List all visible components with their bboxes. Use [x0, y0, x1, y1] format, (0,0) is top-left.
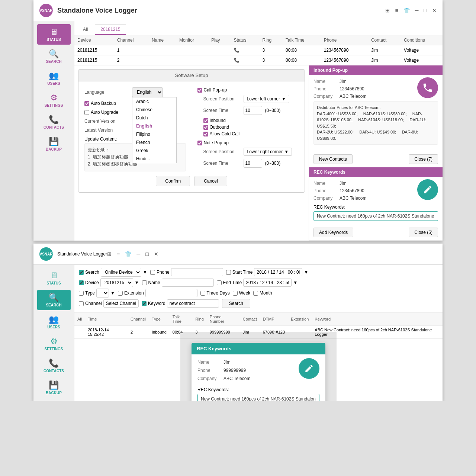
note-popup-checkbox-label[interactable]: Note Pop-up: [197, 140, 299, 145]
phone-input[interactable]: [171, 268, 223, 276]
maximize-icon-2[interactable]: □: [145, 251, 148, 257]
call-popup-checkbox[interactable]: [197, 88, 202, 93]
tab-all[interactable]: All: [77, 24, 93, 35]
device-select[interactable]: 20181215: [100, 278, 133, 287]
end-time-input[interactable]: [243, 279, 292, 287]
device-field-item: Device 20181215 ▼: [79, 278, 139, 287]
start-time-arrow[interactable]: ▼: [304, 270, 308, 275]
outbound-label[interactable]: Outbound: [203, 125, 299, 130]
sidebar2-item-status[interactable]: 🖥 STATUS: [37, 268, 71, 288]
lang-option-dutch[interactable]: Dutch: [132, 114, 176, 122]
auto-backup-checkbox[interactable]: [84, 101, 89, 106]
rec-keywords-input[interactable]: [313, 211, 438, 221]
inbound-name-label: Name: [313, 79, 340, 84]
keyword-input[interactable]: [167, 299, 219, 308]
search-type-select[interactable]: Online Device: [101, 268, 141, 277]
type-select[interactable]: [96, 289, 109, 298]
close-icon[interactable]: ✕: [432, 7, 437, 13]
call-screen-time-input[interactable]: [244, 106, 262, 115]
month-checkbox[interactable]: [253, 291, 258, 296]
search-button[interactable]: Search: [222, 299, 250, 308]
allow-cold-call-label[interactable]: Allow Cold Call: [203, 131, 299, 136]
extension-input[interactable]: [145, 289, 197, 297]
minimize-icon-2[interactable]: ─: [136, 251, 140, 257]
new-contacts-button[interactable]: New Contacts: [313, 154, 353, 164]
lang-option-filipino[interactable]: Filipino: [132, 130, 176, 138]
cell-name: [149, 45, 176, 55]
sidebar-item-contacts[interactable]: 📞 CONTACTS: [37, 112, 71, 132]
lang-option-english[interactable]: English: [132, 122, 176, 130]
add-keywords-button[interactable]: Add Keywords: [313, 228, 353, 237]
extension-label: Extension: [124, 290, 144, 296]
list-icon[interactable]: ≡: [395, 7, 398, 13]
modal-company-value: ABC Telecom: [223, 376, 299, 381]
extension-checkbox[interactable]: [118, 291, 123, 296]
outbound-checkbox[interactable]: [203, 125, 208, 130]
auto-upgrade-checkbox[interactable]: [84, 110, 89, 115]
grid-icon[interactable]: ⊞: [385, 7, 390, 13]
sidebar2-item-users[interactable]: 👥 USERS: [37, 312, 71, 332]
device-checkbox[interactable]: [79, 280, 84, 285]
table-row: 20181215 2 📞 3 00:08 1234567890 Jim Volt…: [74, 55, 443, 65]
close-inbound-button[interactable]: Close (7): [409, 154, 438, 164]
setup-dialog-title: Software Setup: [78, 70, 305, 81]
keyword-checkbox[interactable]: [142, 301, 147, 306]
lang-option-arabic[interactable]: Arabic: [132, 97, 176, 106]
note-screen-time-input[interactable]: [244, 159, 262, 168]
lang-option-greek[interactable]: Greek: [132, 147, 176, 155]
tab-20181215[interactable]: 20181215: [95, 24, 126, 35]
auto-upgrade-label[interactable]: Auto Upgrade: [84, 110, 118, 115]
sidebar2-item-settings[interactable]: ⚙ SETTINGS: [37, 334, 71, 354]
rec-company-row: Company ABC Telecom: [313, 196, 417, 201]
rec-phone-value: 1234567890: [340, 188, 417, 193]
inbound-checkbox[interactable]: [203, 118, 208, 123]
result-cell-all: [74, 326, 85, 339]
week-checkbox[interactable]: [233, 291, 238, 296]
lang-option-chinese[interactable]: Chinese: [132, 106, 176, 114]
confirm-button[interactable]: Confirm: [156, 176, 190, 186]
note-popup-checkbox[interactable]: [197, 141, 202, 145]
col-contact: Contact: [368, 35, 401, 45]
sidebar-item-backup[interactable]: 💾 BACKUP: [37, 134, 71, 154]
start-time-checkbox[interactable]: [226, 270, 231, 275]
note-screen-pos-value[interactable]: Lower right corner ▼: [244, 148, 292, 156]
shirt-icon[interactable]: 👕: [403, 7, 410, 13]
search-checkbox[interactable]: [79, 270, 84, 275]
call-screen-pos-value[interactable]: Lower left corner ▼: [244, 95, 289, 103]
col-dtmf: DTMF: [260, 313, 288, 326]
inbound-label[interactable]: Inbound: [203, 118, 299, 123]
cancel-button[interactable]: Cancel: [194, 176, 227, 186]
allow-cold-call-checkbox[interactable]: [203, 132, 208, 136]
sidebar-item-status[interactable]: 🖥 STATUS: [37, 24, 71, 45]
name-checkbox[interactable]: [142, 280, 147, 285]
sidebar-item-users[interactable]: 👥 USERS: [37, 68, 71, 89]
sidebar-item-settings[interactable]: ⚙ SETTINGS: [37, 90, 71, 110]
channel-checkbox[interactable]: [79, 301, 84, 306]
list-icon-2[interactable]: ≡: [117, 251, 120, 257]
end-time-arrow[interactable]: ▼: [293, 280, 298, 285]
phone-checkbox[interactable]: [150, 270, 155, 275]
close-icon-2[interactable]: ✕: [154, 251, 158, 257]
rec-company-value: ABC Telecom: [340, 196, 417, 201]
sidebar2-item-search[interactable]: 🔍 SEARCH: [37, 290, 71, 310]
lang-option-hindi[interactable]: Hindi...: [132, 155, 176, 163]
shirt-icon-2[interactable]: 👕: [125, 251, 131, 257]
sidebar-item-search[interactable]: 🔍 SEARCH: [37, 46, 71, 67]
end-time-checkbox[interactable]: [217, 280, 222, 285]
grid-icon-2[interactable]: ⊞: [107, 251, 112, 257]
sidebar2-item-backup[interactable]: 💾 BACKUP: [37, 377, 71, 398]
minimize-icon[interactable]: ─: [415, 7, 419, 13]
language-select[interactable]: Arabic Chinese Dutch English Filipino Fr…: [132, 87, 163, 97]
three-days-checkbox[interactable]: [200, 291, 205, 296]
call-popup-checkbox-label[interactable]: Call Pop-up: [197, 87, 299, 93]
start-time-input[interactable]: [254, 268, 302, 276]
auto-backup-label[interactable]: Auto Backup: [84, 101, 116, 106]
maximize-icon[interactable]: □: [424, 7, 427, 13]
type-checkbox[interactable]: [79, 291, 84, 296]
select-channel-button[interactable]: Select Channel: [103, 299, 139, 308]
close-rec-button[interactable]: Close (5): [409, 228, 438, 237]
modal-keywords-input[interactable]: [197, 394, 319, 401]
lang-option-french[interactable]: French: [132, 138, 176, 147]
sidebar2-item-contacts[interactable]: 📞 CONTACTS: [37, 356, 71, 376]
name-input[interactable]: [162, 279, 214, 287]
